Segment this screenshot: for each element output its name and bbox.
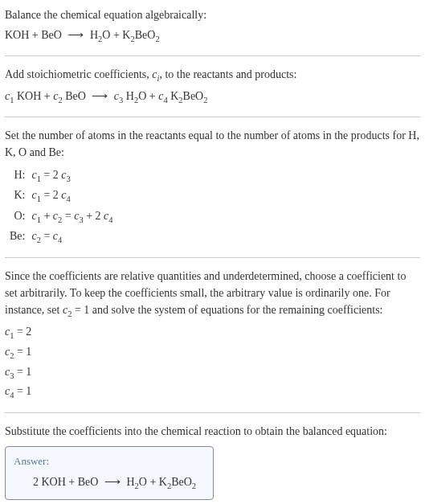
atoms-table: H: c1 = 2 c3 K: c1 = 2 c4 O: c1 + c2 = c… (8, 166, 118, 248)
eq-k: K (122, 29, 130, 41)
step1-section: Add stoichiometric coefficients, ci, to … (5, 66, 420, 107)
table-row: O: c1 + c2 = c3 + 2 c4 (8, 207, 118, 227)
step3-section: Since the coefficients are relative quan… (5, 268, 420, 403)
eq-beo: BeO (41, 29, 62, 41)
divider (5, 117, 420, 117)
o2: 2 (203, 96, 207, 104)
eq: + (41, 210, 53, 222)
arrow-icon: ⟶ (92, 88, 108, 104)
table-row: H: c1 = 2 c3 (8, 166, 118, 186)
divider (5, 257, 420, 258)
step1-text-a: Add stoichiometric coefficients, (5, 68, 152, 80)
s: 4 (67, 195, 71, 203)
element-eq: c1 + c2 = c3 + 2 c4 (30, 207, 117, 227)
ans-o2: 2 (192, 481, 196, 490)
coefficient-solutions: c1 = 2 c2 = 1 c3 = 1 c4 = 1 (5, 323, 420, 402)
solution-row: c2 = 1 (5, 343, 420, 363)
eq-beo-r: BeO (135, 29, 156, 41)
eq: = 2 (41, 169, 61, 181)
beo: BeO (183, 90, 204, 102)
divider (5, 412, 420, 413)
eq-o2-sub: 2 (155, 35, 159, 43)
eq-koh: KOH (5, 29, 29, 41)
eq-h2o: H2O (90, 29, 111, 41)
table-row: K: c1 = 2 c4 (8, 186, 118, 207)
ans-h: H (124, 476, 135, 488)
step4-section: Substitute the coefficients into the che… (5, 423, 420, 500)
step1-text-b: , to the reactants and products: (159, 68, 296, 80)
s: 3 (67, 174, 71, 182)
ans-beo: BeO (171, 476, 192, 488)
sp4: K (168, 90, 179, 102)
solution-row: c1 = 2 (5, 323, 420, 343)
eq: = (62, 210, 74, 222)
element-label: K: (8, 186, 30, 207)
step2-text: Set the number of atoms in the reactants… (5, 127, 420, 161)
sp1: KOH + (14, 90, 53, 102)
plus: + 2 (84, 210, 104, 222)
step2-section: Set the number of atoms in the reactants… (5, 127, 420, 248)
element-label: H: (8, 166, 30, 186)
step1-text: Add stoichiometric coefficients, ci, to … (5, 66, 420, 85)
solution-row: c4 = 1 (5, 383, 420, 403)
ans-lhs: 2 KOH + BeO (33, 476, 101, 488)
eq-h: H (90, 29, 98, 41)
v: = 1 (14, 366, 31, 378)
eq-k2beo2: K2BeO2 (122, 29, 159, 41)
ans-o: O + K (139, 476, 167, 488)
arrow-icon: ⟶ (104, 473, 121, 490)
sp3: H (123, 90, 134, 102)
step1-equation: c1 KOH + c2 BeO ⟶ c3 H2O + c4 K2BeO2 (5, 88, 420, 107)
answer-label: Answer: (14, 453, 205, 469)
eq-o: O (102, 29, 110, 41)
s: 4 (58, 236, 62, 244)
answer-box: Answer: 2 KOH + BeO ⟶ H2O + K2BeO2 (5, 446, 214, 500)
step4-text: Substitute the coefficients into the che… (5, 423, 420, 440)
prompt-text: Balance the chemical equation algebraica… (5, 6, 420, 23)
table-row: Be: c2 = c4 (8, 227, 118, 248)
element-label: O: (8, 207, 30, 227)
element-eq: c2 = c4 (30, 227, 117, 248)
eq: = (41, 230, 53, 242)
o: O + (138, 90, 158, 102)
element-eq: c1 = 2 c4 (30, 186, 117, 207)
element-eq: c1 = 2 c3 (30, 166, 117, 186)
v: = 1 (14, 385, 31, 397)
eq-plus: + (29, 29, 41, 41)
element-label: Be: (8, 227, 30, 248)
answer-equation: 2 KOH + BeO ⟶ H2O + K2BeO2 (14, 473, 205, 493)
v: = 1 (14, 346, 31, 358)
eq: = 2 (41, 189, 61, 201)
eq-plus2: + (110, 29, 122, 41)
arrow-icon: ⟶ (67, 27, 84, 43)
step3-text: Since the coefficients are relative quan… (5, 268, 420, 321)
solution-row: c3 = 1 (5, 363, 420, 383)
divider (5, 55, 420, 56)
sp2: BeO (63, 90, 89, 102)
s: 4 (108, 215, 112, 224)
prompt-section: Balance the chemical equation algebraica… (5, 6, 420, 46)
v: = 2 (14, 326, 31, 338)
step3-text-b: = 1 and solve the system of equations fo… (72, 304, 382, 316)
prompt-equation: KOH + BeO ⟶ H2O + K2BeO2 (5, 27, 420, 46)
